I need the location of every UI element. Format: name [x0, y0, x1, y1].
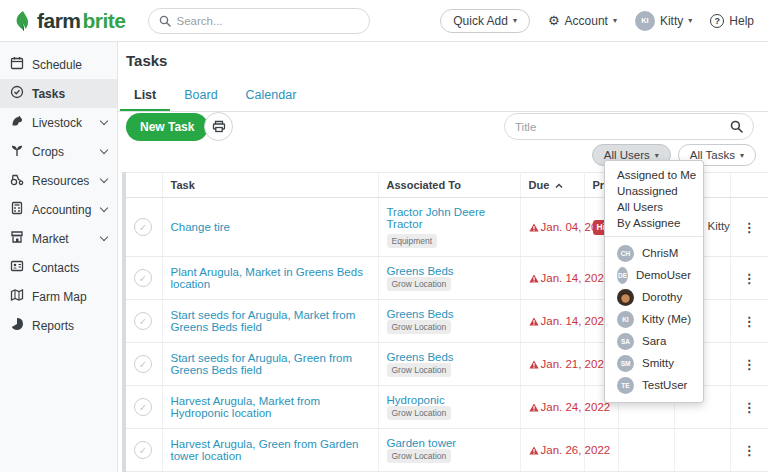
sidebar-item-label: Farm Map [32, 290, 87, 304]
help-link[interactable]: ? Help [710, 14, 754, 28]
chevron-down-icon [100, 204, 108, 212]
tab-board[interactable]: Board [170, 82, 231, 111]
sidebar-item-label: Accounting [32, 203, 91, 217]
complete-task-checkbox[interactable]: ✓ [134, 218, 152, 236]
sidebar-item-tasks[interactable]: Tasks [0, 79, 117, 108]
associated-link[interactable]: Greens Beds [387, 351, 454, 363]
associated-link[interactable]: Tractor John Deere Tractor [387, 206, 486, 230]
sidebar-item-reports[interactable]: Reports [0, 311, 117, 340]
header-task[interactable]: Task [162, 173, 378, 198]
title-filter[interactable] [504, 113, 754, 140]
user-name-label: Kitty [660, 14, 683, 28]
due-date: Jan. 14, 2022 [520, 257, 584, 300]
task-link[interactable]: Plant Arugula, Market in Greens Beds loc… [171, 266, 363, 290]
header-due[interactable]: Due [520, 173, 584, 198]
complete-task-checkbox[interactable]: ✓ [134, 441, 152, 459]
sidebar-item-farm-map[interactable]: Farm Map [0, 282, 117, 311]
crops-icon [10, 143, 24, 160]
contact-card-icon [10, 259, 24, 276]
account-menu[interactable]: ⚙ Account ▾ [548, 13, 617, 28]
dropdown-user-chrism[interactable]: CH ChrisM [605, 242, 703, 264]
dropdown-user-testuser[interactable]: TE TestUser [605, 374, 703, 396]
associated-link[interactable]: Greens Beds [387, 265, 454, 277]
associated-link[interactable]: Garden tower [387, 437, 457, 449]
check-icon: ✓ [139, 316, 147, 327]
user-menu[interactable]: KI Kitty ▾ [635, 11, 692, 31]
sidebar-item-resources[interactable]: Resources [0, 166, 117, 195]
dropdown-user-smitty[interactable]: SM Smitty [605, 352, 703, 374]
sidebar-item-label: Contacts [32, 261, 79, 275]
sidebar-item-livestock[interactable]: Livestock [0, 108, 117, 137]
chevron-down-icon [100, 146, 108, 154]
help-label: Help [729, 14, 754, 28]
dropdown-user-dorothy[interactable]: Dorothy [605, 286, 703, 308]
complete-task-checkbox[interactable]: ✓ [134, 398, 152, 416]
task-link[interactable]: Harvest Arugula, Green from Garden tower… [171, 438, 359, 462]
task-link[interactable]: Start seeds for Arugula, Market from Gre… [171, 309, 356, 333]
assignee-name: Smitty [642, 357, 674, 369]
assignee-avatar: DE [617, 267, 628, 284]
check-icon: ✓ [139, 402, 147, 413]
associated-link[interactable]: Greens Beds [387, 308, 454, 320]
dropdown-user-kitty-me[interactable]: KI Kitty (Me) [605, 308, 703, 330]
dropdown-user-demouser[interactable]: DE DemoUser [605, 264, 703, 286]
sidebar-item-label: Crops [32, 145, 64, 159]
tab-list[interactable]: List [120, 82, 170, 111]
due-date: Jan. 04, 2022 [520, 198, 584, 257]
dropdown-option-assigned-to-me[interactable]: Assigned to Me [605, 167, 703, 183]
tab-calendar[interactable]: Calendar [232, 82, 311, 111]
page-title: Tasks [126, 52, 768, 69]
calculator-icon [10, 201, 24, 218]
row-actions-kebab-icon[interactable]: ⋮ [743, 314, 756, 329]
assignee-avatar: SA [617, 333, 634, 350]
tasks-check-icon [10, 85, 24, 102]
search-icon[interactable] [730, 120, 743, 133]
row-actions-kebab-icon[interactable]: ⋮ [743, 220, 756, 235]
task-link[interactable]: Change tire [171, 221, 230, 233]
assignee-avatar: TE [617, 377, 634, 394]
sidebar: Schedule Tasks Livestock Crops Resources… [0, 42, 118, 472]
help-icon: ? [710, 14, 724, 28]
sidebar-item-market[interactable]: Market [0, 224, 117, 253]
sidebar-item-schedule[interactable]: Schedule [0, 50, 117, 79]
calendar-icon [10, 56, 24, 73]
header-checkbox [124, 173, 162, 198]
assignee-avatar: CH [617, 245, 634, 262]
sort-asc-icon [555, 179, 563, 191]
logo-text-brite: brite [83, 9, 126, 33]
new-task-button[interactable]: New Task [126, 113, 208, 141]
sidebar-item-contacts[interactable]: Contacts [0, 253, 117, 282]
dropdown-option-unassigned[interactable]: Unassigned [605, 183, 703, 199]
complete-task-checkbox[interactable]: ✓ [134, 312, 152, 330]
assignee-name: ChrisM [642, 247, 678, 259]
caret-down-icon: ▾ [688, 16, 692, 25]
dropdown-option-by-assignee[interactable]: By Assignee [605, 215, 703, 231]
quick-add-button[interactable]: Quick Add ▾ [440, 9, 530, 33]
task-link[interactable]: Start seeds for Arugula, Green from Gree… [171, 352, 353, 376]
sidebar-item-crops[interactable]: Crops [0, 137, 117, 166]
dropdown-user-sara[interactable]: SA Sara [605, 330, 703, 352]
task-link[interactable]: Harvest Arugula, Market from Hydroponic … [171, 395, 321, 419]
global-search[interactable] [148, 8, 370, 34]
printer-icon [212, 120, 226, 133]
row-actions-kebab-icon[interactable]: ⋮ [743, 271, 756, 286]
check-icon: ✓ [139, 445, 147, 456]
row-actions-kebab-icon[interactable]: ⋮ [743, 400, 756, 415]
farmbrite-logo[interactable]: farmbrite [14, 9, 126, 33]
row-actions-kebab-icon[interactable]: ⋮ [743, 443, 756, 458]
print-button[interactable] [204, 112, 233, 141]
dropdown-divider [605, 236, 703, 237]
sidebar-item-label: Tasks [32, 87, 65, 101]
dropdown-option-all-users[interactable]: All Users [605, 199, 703, 215]
caret-down-icon: ▾ [513, 16, 517, 25]
associated-link[interactable]: Hydroponic [387, 394, 445, 406]
complete-task-checkbox[interactable]: ✓ [134, 269, 152, 287]
assignee-avatar: SM [617, 355, 634, 372]
chevron-down-icon [100, 233, 108, 241]
row-actions-kebab-icon[interactable]: ⋮ [743, 357, 756, 372]
title-filter-input[interactable] [515, 121, 730, 133]
sidebar-item-accounting[interactable]: Accounting [0, 195, 117, 224]
complete-task-checkbox[interactable]: ✓ [134, 355, 152, 373]
header-associated[interactable]: Associated To [378, 173, 520, 198]
global-search-input[interactable] [177, 15, 359, 27]
